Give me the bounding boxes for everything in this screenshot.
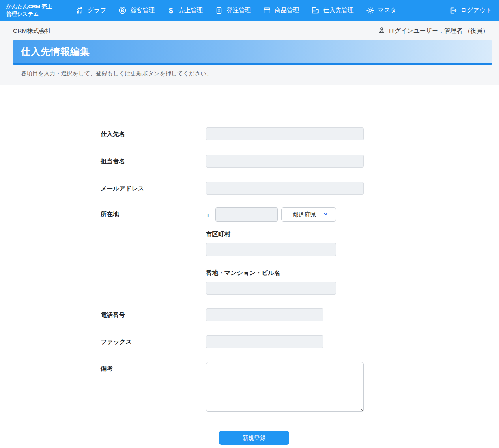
- brand-line2: 管理システム: [6, 11, 52, 18]
- nav-item-label: マスタ: [378, 6, 397, 15]
- dollar-icon: $: [167, 6, 175, 15]
- address-group: 〒 - 都道府県 - 市区町村 番地・マンション・ビル名: [206, 207, 336, 295]
- nav-item-label: 売上管理: [178, 6, 203, 15]
- form-row-email: メールアドレス: [101, 182, 499, 195]
- nav-item-label: 仕入先管理: [323, 6, 354, 15]
- app-brand[interactable]: かんたんCRM 売上 管理システム: [6, 3, 52, 17]
- supplier-name-label: 仕入先名: [101, 127, 206, 140]
- logout-icon: [449, 7, 457, 15]
- phone-label: 電話番号: [101, 308, 206, 321]
- login-user-label: ログインユーザー：管理者 （役員）: [389, 27, 489, 35]
- address-label: 所在地: [101, 207, 206, 295]
- street-input[interactable]: [206, 282, 336, 295]
- fax-input[interactable]: [206, 335, 323, 348]
- archive-box-icon: [263, 7, 271, 15]
- page-title: 仕入先情報編集: [21, 45, 90, 58]
- brand-line1: かんたんCRM 売上: [6, 3, 52, 10]
- contact-name-label: 担当者名: [101, 155, 206, 168]
- form-row-phone: 電話番号: [101, 308, 499, 321]
- supplier-name-input[interactable]: [206, 127, 364, 140]
- email-field[interactable]: [206, 182, 364, 195]
- nav-item-graph[interactable]: グラフ: [76, 6, 107, 15]
- postal-mark: 〒: [206, 211, 212, 222]
- nav-menu: グラフ 顧客管理 $ 売上管理 発注管理: [76, 6, 397, 15]
- instruction-text: 各項目を入力・選択をして、登録もしくは更新ボタンを押してください。: [0, 65, 499, 85]
- nav-item-label: 顧客管理: [130, 6, 155, 15]
- form-row-fax: ファックス: [101, 335, 499, 348]
- register-button[interactable]: 新規登録: [219, 431, 289, 445]
- notes-textarea[interactable]: [206, 362, 364, 412]
- fax-label: ファックス: [101, 335, 206, 348]
- main-content: 仕入先名 担当者名 メールアドレス 所在地 〒 - 都道府県 -: [0, 85, 499, 445]
- form-row-address: 所在地 〒 - 都道府県 - 市区町村 番地・マンション・ビル名: [101, 207, 499, 295]
- nav-item-label: 発注管理: [226, 6, 251, 15]
- nav-item-master[interactable]: マスタ: [366, 6, 397, 15]
- user-icon: [378, 26, 385, 35]
- chevron-down-icon: [323, 211, 329, 218]
- prefecture-select[interactable]: - 都道府県 -: [281, 207, 336, 222]
- nav-item-label: 商品管理: [275, 6, 299, 15]
- email-label: メールアドレス: [101, 182, 206, 195]
- form-row-notes: 備考: [101, 362, 499, 412]
- company-name: CRM株式会社: [13, 27, 51, 35]
- postal-code-input[interactable]: [215, 207, 278, 222]
- top-nav: かんたんCRM 売上 管理システム グラフ 顧客管理 $ 売上管理: [0, 0, 499, 21]
- form-row-contact-name: 担当者名: [101, 155, 499, 168]
- page-title-banner: 仕入先情報編集: [13, 40, 492, 65]
- login-user: ログインユーザー：管理者 （役員）: [378, 26, 489, 35]
- city-input[interactable]: [206, 243, 336, 256]
- document-icon: [215, 7, 223, 15]
- building-icon: [311, 6, 320, 15]
- nav-item-orders[interactable]: 発注管理: [215, 6, 251, 15]
- city-label: 市区町村: [206, 230, 336, 239]
- nav-item-suppliers[interactable]: 仕入先管理: [311, 6, 354, 15]
- prefecture-selected-value: - 都道府県 -: [289, 211, 320, 218]
- customer-icon: [118, 6, 127, 15]
- chart-icon: [76, 7, 84, 15]
- form-row-supplier-name: 仕入先名: [101, 127, 499, 140]
- nav-item-sales[interactable]: $ 売上管理: [167, 6, 203, 15]
- contact-name-input[interactable]: [206, 155, 364, 168]
- street-label: 番地・マンション・ビル名: [206, 269, 336, 277]
- submit-row: 新規登録: [101, 431, 407, 445]
- phone-input[interactable]: [206, 308, 323, 321]
- gear-icon: [366, 6, 374, 15]
- logout-button[interactable]: ログアウト: [449, 6, 492, 15]
- nav-item-products[interactable]: 商品管理: [263, 6, 299, 15]
- sub-header: CRM株式会社 ログインユーザー：管理者 （役員） 仕入先情報編集 各項目を入力…: [0, 21, 499, 85]
- nav-item-customers[interactable]: 顧客管理: [118, 6, 155, 15]
- notes-label: 備考: [101, 362, 206, 412]
- logout-label: ログアウト: [461, 6, 492, 15]
- nav-item-label: グラフ: [88, 6, 107, 15]
